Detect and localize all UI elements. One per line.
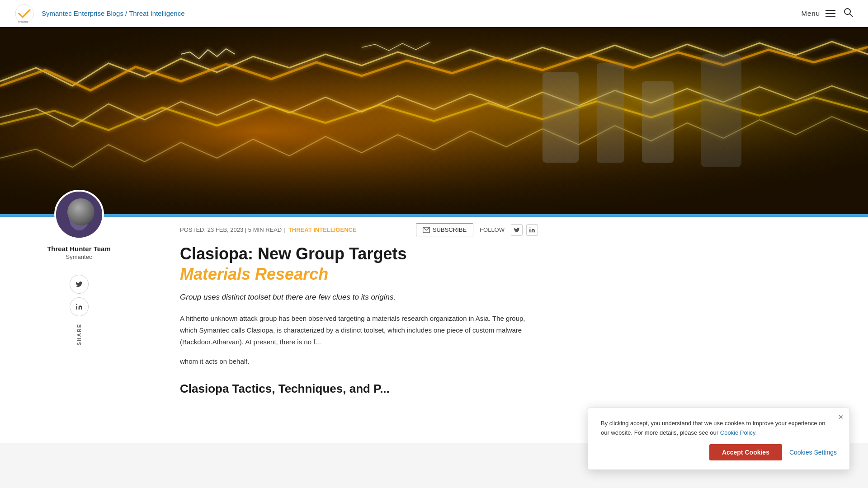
svg-point-14 [72, 200, 86, 216]
symantec-logo: Symantec [14, 4, 34, 23]
search-icon[interactable] [843, 7, 854, 20]
post-title-line2: Materials Research [180, 265, 538, 283]
subscribe-button[interactable]: SUBSCRIBE [416, 223, 473, 236]
meta-sep1: | [245, 226, 246, 233]
follow-twitter-button[interactable] [511, 224, 523, 236]
svg-point-22 [529, 227, 530, 228]
svg-point-17 [75, 206, 77, 208]
svg-point-19 [71, 203, 75, 206]
breadcrumb[interactable]: Symantec Enterprise Blogs / Threat Intel… [42, 9, 185, 17]
svg-rect-8 [542, 72, 579, 163]
post-subtitle: Group uses distinct toolset but there ar… [180, 293, 538, 302]
meta-sep2: | [283, 226, 285, 233]
follow-label: FOLLOW [480, 226, 505, 233]
svg-point-13 [69, 205, 89, 230]
hero-image [0, 27, 868, 217]
hamburger-menu[interactable] [826, 10, 835, 17]
svg-point-20 [76, 304, 77, 305]
share-linkedin-button[interactable] [70, 297, 89, 316]
post-body: A hitherto unknown attack group has been… [180, 313, 538, 367]
svg-point-12 [56, 192, 102, 238]
post-body-para2: whom it acts on behalf. [180, 356, 538, 367]
cookie-text: By clicking accept, you understand that … [601, 419, 837, 438]
svg-point-16 [80, 205, 84, 209]
post-date: 23 FEB, 2023 [208, 226, 244, 233]
author-avatar [54, 190, 104, 239]
avatar-image [56, 192, 102, 238]
section-heading: Clasiopa Tactics, Techniques, and P... [180, 382, 538, 396]
menu-label: Menu [801, 9, 820, 17]
subscribe-follow: SUBSCRIBE FOLLOW [416, 223, 538, 236]
svg-point-15 [74, 205, 78, 209]
author-name: Threat Hunter Team [47, 245, 111, 253]
follow-linkedin-button[interactable] [526, 224, 538, 236]
svg-rect-10 [642, 81, 674, 163]
svg-line-3 [850, 14, 853, 17]
post-title-line1: Clasiopa: New Group Targets [180, 244, 538, 263]
author-org: Symantec [66, 253, 92, 260]
svg-rect-9 [597, 63, 624, 163]
cookie-policy-link[interactable]: Cookie Policy. [720, 429, 757, 436]
cookie-banner: × By clicking accept, you understand tha… [588, 408, 850, 443]
share-label: SHARE [76, 324, 82, 346]
svg-text:Symantec: Symantec [18, 20, 28, 23]
author-avatar-wrap [54, 190, 104, 239]
cookie-close-button[interactable]: × [838, 413, 843, 422]
post-meta: POSTED: 23 FEB, 2023 | 5 MIN READ | THRE… [180, 217, 538, 244]
svg-point-18 [81, 206, 83, 208]
read-time: 5 MIN READ [248, 226, 282, 233]
svg-point-0 [15, 5, 33, 23]
header-left: Symantec Symantec Enterprise Blogs / Thr… [14, 4, 185, 23]
hero-lightning-svg [0, 27, 868, 217]
posted-label: POSTED: [180, 226, 206, 233]
follow-icons [511, 224, 538, 236]
post-category[interactable]: THREAT INTELLIGENCE [288, 226, 357, 233]
logo-container[interactable]: Symantec [14, 4, 34, 23]
site-header: Symantec Symantec Enterprise Blogs / Thr… [0, 0, 868, 27]
subscribe-label: SUBSCRIBE [433, 226, 467, 233]
share-twitter-button[interactable] [70, 275, 89, 294]
social-share: SHARE [70, 275, 89, 346]
author-sidebar: Threat Hunter Team Symantec SHARE [0, 217, 158, 443]
svg-rect-11 [701, 54, 741, 167]
post-body-para1: A hitherto unknown attack group has been… [180, 313, 538, 348]
header-right: Menu [801, 7, 854, 20]
main-content: POSTED: 23 FEB, 2023 | 5 MIN READ | THRE… [158, 217, 565, 443]
